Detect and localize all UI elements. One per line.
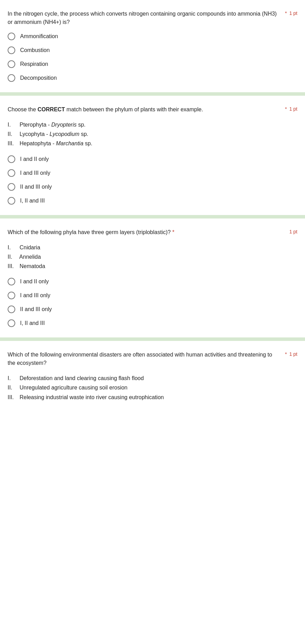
option-q3-ii-iii-label: II and III only bbox=[20, 306, 52, 312]
option-q3-i-ii[interactable]: I and II only bbox=[8, 278, 297, 285]
option-respiration-label: Respiration bbox=[20, 61, 48, 67]
question-4-header: Which of the following environmental dis… bbox=[8, 351, 297, 367]
option-combustion-label: Combustion bbox=[20, 47, 50, 53]
radio-ammonification[interactable] bbox=[8, 33, 15, 40]
option-q2-all[interactable]: I, II and III bbox=[8, 197, 297, 205]
question-4-text: Which of the following environmental dis… bbox=[8, 351, 279, 367]
option-q2-ii-iii[interactable]: II and III only bbox=[8, 183, 297, 191]
option-q3-i-iii-label: I and III only bbox=[20, 292, 50, 299]
roman-4-i: I. bbox=[8, 373, 18, 383]
item-annelida-text: Annelida bbox=[19, 254, 41, 260]
roman-ii: II. bbox=[8, 129, 18, 139]
question-3-points: 1 pt bbox=[289, 228, 297, 234]
option-combustion[interactable]: Combustion bbox=[8, 46, 297, 54]
radio-q3-i-ii[interactable] bbox=[8, 278, 15, 285]
question-1-options: Ammonification Combustion Respiration De… bbox=[8, 33, 297, 82]
roman-3-i: I. bbox=[8, 243, 18, 252]
item-agriculture: II. Unregulated agriculture causing soil… bbox=[8, 383, 297, 392]
question-2: Choose the CORRECT match between the phy… bbox=[0, 96, 305, 215]
roman-3-ii: II. bbox=[8, 252, 18, 261]
item-cnidaria: I. Cnidaria bbox=[8, 243, 297, 252]
option-q3-all[interactable]: I, II and III bbox=[8, 319, 297, 327]
item-annelida: II. Annelida bbox=[8, 252, 297, 261]
item-deforestation-text: Deforestation and land clearing causing … bbox=[19, 375, 143, 381]
radio-q2-all[interactable] bbox=[8, 197, 15, 205]
radio-q3-i-iii[interactable] bbox=[8, 292, 15, 299]
question-2-header: Choose the CORRECT match between the phy… bbox=[8, 105, 297, 114]
option-q3-i-iii[interactable]: I and III only bbox=[8, 292, 297, 299]
question-4-items: I. Deforestation and land clearing causi… bbox=[8, 373, 297, 402]
option-decomposition-label: Decomposition bbox=[20, 75, 57, 81]
radio-q2-i-iii[interactable] bbox=[8, 169, 15, 177]
question-3-header: Which of the following phyla have three … bbox=[8, 228, 297, 237]
item-agriculture-text: Unregulated agriculture causing soil ero… bbox=[19, 385, 127, 390]
item-hepatophyta-text: Hepatophyta - Marchantia sp. bbox=[19, 140, 92, 146]
radio-respiration[interactable] bbox=[8, 60, 15, 68]
radio-q2-i-ii[interactable] bbox=[8, 155, 15, 163]
radio-combustion[interactable] bbox=[8, 46, 15, 54]
question-1-header: In the nitrogen cycle, the process which… bbox=[8, 10, 297, 26]
divider-1 bbox=[0, 92, 305, 96]
item-nematoda-text: Nematoda bbox=[19, 263, 45, 269]
divider-2 bbox=[0, 215, 305, 218]
item-nematoda: III. Nematoda bbox=[8, 261, 297, 271]
question-3-items: I. Cnidaria II. Annelida III. Nematoda bbox=[8, 243, 297, 271]
roman-i: I. bbox=[8, 120, 18, 129]
question-3-text: Which of the following phyla have three … bbox=[8, 228, 284, 237]
option-q2-i-iii-label: I and III only bbox=[20, 170, 50, 176]
item-hepatophyta: III. Hepatophyta - Marchantia sp. bbox=[8, 139, 297, 148]
question-2-options: I and II only I and III only II and III … bbox=[8, 155, 297, 205]
option-decomposition[interactable]: Decomposition bbox=[8, 74, 297, 82]
option-q2-ii-iii-label: II and III only bbox=[20, 184, 52, 190]
option-ammonification[interactable]: Ammonification bbox=[8, 33, 297, 40]
radio-q3-all[interactable] bbox=[8, 319, 15, 327]
item-lycophyta: II. Lycophyta - Lycopodium sp. bbox=[8, 129, 297, 139]
question-3-options: I and II only I and III only II and III … bbox=[8, 278, 297, 327]
item-pterophyta-text: Pterophyta - Dryopteris sp. bbox=[19, 122, 85, 128]
roman-3-iii: III. bbox=[8, 261, 18, 271]
question-4-points: * 1 pt bbox=[285, 351, 297, 357]
option-q3-all-label: I, II and III bbox=[20, 320, 45, 326]
item-industrial-waste-text: Releasing industrial waste into river ca… bbox=[19, 394, 164, 400]
question-3: Which of the following phyla have three … bbox=[0, 218, 305, 338]
required-star: * bbox=[285, 10, 287, 16]
question-1: In the nitrogen cycle, the process which… bbox=[0, 0, 305, 92]
question-2-items: I. Pterophyta - Dryopteris sp. II. Lycop… bbox=[8, 120, 297, 148]
option-q2-i-ii-label: I and II only bbox=[20, 156, 49, 162]
radio-q2-ii-iii[interactable] bbox=[8, 183, 15, 191]
option-q3-i-ii-label: I and II only bbox=[20, 278, 49, 285]
radio-decomposition[interactable] bbox=[8, 74, 15, 82]
option-respiration[interactable]: Respiration bbox=[8, 60, 297, 68]
required-star-2: * bbox=[285, 106, 287, 112]
item-deforestation: I. Deforestation and land clearing causi… bbox=[8, 373, 297, 383]
option-q2-i-iii[interactable]: I and III only bbox=[8, 169, 297, 177]
roman-iii: III. bbox=[8, 139, 18, 148]
option-q2-all-label: I, II and III bbox=[20, 198, 45, 204]
required-star-3-inline: * bbox=[172, 229, 174, 235]
item-lycophyta-text: Lycophyta - Lycopodium sp. bbox=[19, 131, 88, 137]
question-1-points: * 1 pt bbox=[285, 10, 297, 16]
item-pterophyta: I. Pterophyta - Dryopteris sp. bbox=[8, 120, 297, 129]
item-industrial-waste: III. Releasing industrial waste into riv… bbox=[8, 393, 297, 402]
radio-q3-ii-iii[interactable] bbox=[8, 306, 15, 313]
question-4: Which of the following environmental dis… bbox=[0, 341, 305, 419]
question-2-text: Choose the CORRECT match between the phy… bbox=[8, 105, 279, 114]
required-star-4: * bbox=[285, 351, 287, 357]
roman-4-ii: II. bbox=[8, 383, 18, 392]
option-q3-ii-iii[interactable]: II and III only bbox=[8, 306, 297, 313]
option-ammonification-label: Ammonification bbox=[20, 33, 58, 40]
divider-3 bbox=[0, 337, 305, 341]
item-cnidaria-text: Cnidaria bbox=[19, 244, 40, 250]
question-1-text: In the nitrogen cycle, the process which… bbox=[8, 10, 279, 26]
roman-4-iii: III. bbox=[8, 393, 18, 402]
question-2-points: * 1 pt bbox=[285, 105, 297, 112]
option-q2-i-ii[interactable]: I and II only bbox=[8, 155, 297, 163]
